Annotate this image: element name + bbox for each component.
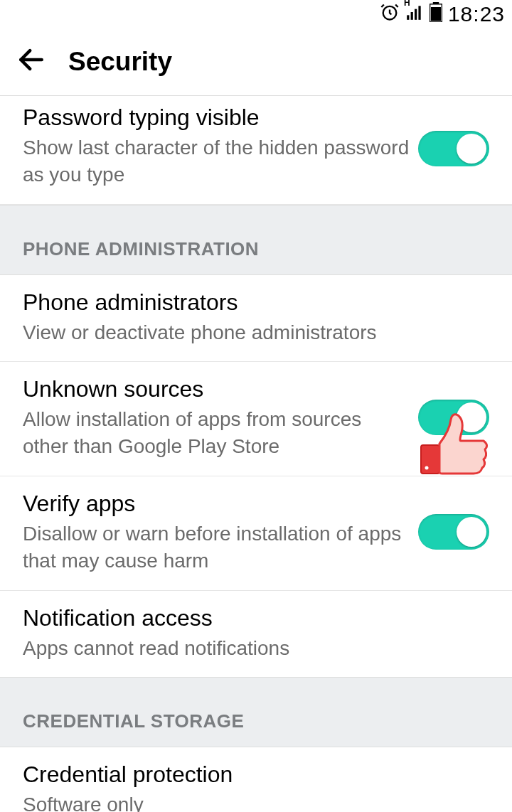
setting-title: Phone administrators	[23, 288, 482, 316]
svg-rect-9	[421, 445, 439, 474]
back-arrow-icon[interactable]	[16, 44, 47, 80]
setting-title: Credential protection	[23, 760, 482, 789]
app-header: Security	[0, 28, 512, 96]
section-phone-administration: PHONE ADMINISTRATION	[0, 205, 512, 275]
row-password-typing-visible[interactable]: Password typing visible Show last charac…	[0, 96, 512, 205]
settings-list: Password typing visible Show last charac…	[0, 96, 512, 812]
toggle-password-visible[interactable]	[418, 131, 489, 166]
setting-title: Notification access	[23, 604, 482, 632]
thumbs-up-icon	[418, 412, 489, 475]
setting-title: Unknown sources	[23, 375, 411, 403]
battery-icon	[430, 2, 442, 27]
row-notification-access[interactable]: Notification access Apps cannot read not…	[0, 591, 512, 678]
svg-point-10	[425, 466, 429, 470]
svg-rect-7	[431, 7, 441, 21]
setting-title: Verify apps	[23, 489, 411, 518]
svg-rect-4	[418, 6, 420, 20]
setting-desc: Show last character of the hidden passwo…	[23, 134, 411, 188]
page-title: Security	[68, 47, 172, 77]
status-bar: H 18:23	[0, 0, 512, 28]
svg-rect-1	[407, 15, 409, 20]
setting-desc: Disallow or warn before installation of …	[23, 520, 411, 575]
status-time: 18:23	[448, 2, 505, 26]
signal-icon: H	[405, 2, 424, 26]
svg-rect-2	[411, 12, 413, 20]
setting-title: Password typing visible	[23, 103, 411, 132]
row-phone-administrators[interactable]: Phone administrators View or deactivate …	[0, 275, 512, 363]
setting-desc: Allow installation of apps from sources …	[23, 406, 411, 460]
alarm-icon	[380, 2, 400, 27]
row-verify-apps[interactable]: Verify apps Disallow or warn before inst…	[0, 476, 512, 591]
svg-rect-3	[415, 9, 417, 20]
setting-desc: View or deactivate phone administrators	[23, 319, 482, 346]
section-credential-storage: CREDENTIAL STORAGE	[0, 677, 512, 747]
toggle-verify-apps[interactable]	[418, 514, 489, 550]
setting-desc: Apps cannot read notifications	[23, 635, 482, 662]
setting-desc: Software only	[23, 791, 482, 812]
row-credential-protection[interactable]: Credential protection Software only	[0, 747, 512, 812]
